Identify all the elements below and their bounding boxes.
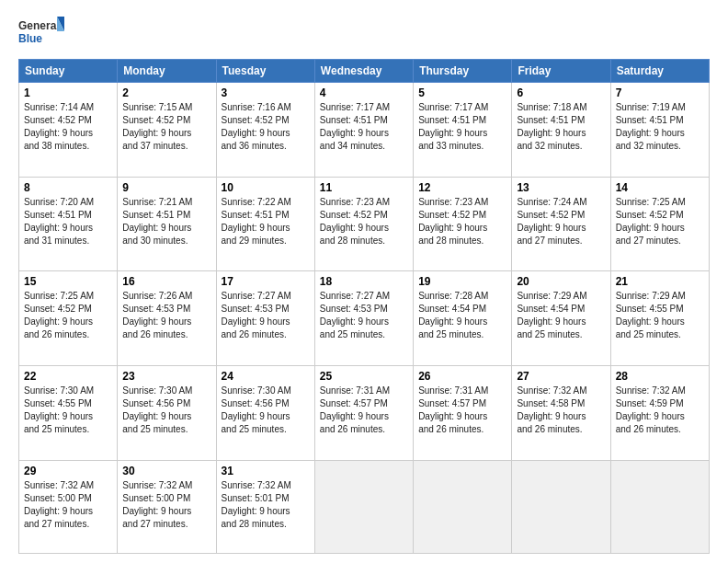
calendar-cell: 6Sunrise: 7:18 AMSunset: 4:51 PMDaylight… bbox=[512, 83, 610, 178]
calendar-cell: 8Sunrise: 7:20 AMSunset: 4:51 PMDaylight… bbox=[19, 177, 118, 271]
day-number: 7 bbox=[616, 86, 704, 99]
calendar-week-row: 29Sunrise: 7:32 AMSunset: 5:00 PMDayligh… bbox=[19, 460, 710, 553]
day-number: 12 bbox=[418, 181, 506, 194]
day-number: 10 bbox=[222, 181, 310, 194]
calendar-cell: 28Sunrise: 7:32 AMSunset: 4:59 PMDayligh… bbox=[610, 365, 709, 460]
day-number: 23 bbox=[122, 370, 210, 383]
logo-svg: General Blue bbox=[18, 15, 64, 52]
day-info: Sunrise: 7:29 AMSunset: 4:54 PMDaylight:… bbox=[517, 290, 605, 341]
calendar-cell: 1Sunrise: 7:14 AMSunset: 4:52 PMDaylight… bbox=[19, 83, 118, 178]
page: General Blue SundayMondayTuesdayWednesda… bbox=[0, 0, 728, 563]
day-info: Sunrise: 7:14 AMSunset: 4:52 PMDaylight:… bbox=[24, 101, 112, 153]
calendar-cell: 24Sunrise: 7:30 AMSunset: 4:56 PMDayligh… bbox=[216, 365, 314, 460]
day-info: Sunrise: 7:25 AMSunset: 4:52 PMDaylight:… bbox=[616, 196, 704, 247]
logo: General Blue bbox=[18, 15, 64, 52]
calendar-cell: 21Sunrise: 7:29 AMSunset: 4:55 PMDayligh… bbox=[610, 271, 709, 366]
day-number: 19 bbox=[418, 275, 506, 288]
day-info: Sunrise: 7:25 AMSunset: 4:52 PMDaylight:… bbox=[24, 290, 112, 341]
day-number: 1 bbox=[24, 86, 112, 99]
calendar-cell: 11Sunrise: 7:23 AMSunset: 4:52 PMDayligh… bbox=[314, 177, 413, 271]
day-number: 26 bbox=[418, 370, 506, 383]
day-info: Sunrise: 7:17 AMSunset: 4:51 PMDaylight:… bbox=[418, 101, 506, 153]
day-info: Sunrise: 7:32 AMSunset: 5:00 PMDaylight:… bbox=[122, 479, 210, 531]
day-info: Sunrise: 7:30 AMSunset: 4:56 PMDaylight:… bbox=[222, 385, 310, 436]
calendar-week-row: 8Sunrise: 7:20 AMSunset: 4:51 PMDaylight… bbox=[19, 177, 710, 271]
calendar-cell: 17Sunrise: 7:27 AMSunset: 4:53 PMDayligh… bbox=[216, 271, 314, 366]
day-number: 31 bbox=[222, 465, 310, 477]
day-number: 29 bbox=[24, 465, 112, 477]
day-number: 4 bbox=[320, 86, 408, 99]
day-info: Sunrise: 7:19 AMSunset: 4:51 PMDaylight:… bbox=[616, 101, 704, 153]
day-number: 28 bbox=[616, 370, 704, 383]
header: General Blue bbox=[18, 15, 710, 52]
day-number: 17 bbox=[222, 275, 310, 288]
day-info: Sunrise: 7:22 AMSunset: 4:51 PMDaylight:… bbox=[222, 196, 310, 247]
day-number: 30 bbox=[122, 465, 210, 477]
calendar-header-friday: Friday bbox=[512, 60, 610, 83]
day-info: Sunrise: 7:17 AMSunset: 4:51 PMDaylight:… bbox=[320, 101, 408, 153]
day-number: 21 bbox=[616, 275, 704, 288]
day-info: Sunrise: 7:29 AMSunset: 4:55 PMDaylight:… bbox=[616, 290, 704, 341]
day-number: 9 bbox=[122, 181, 210, 194]
calendar-header-monday: Monday bbox=[118, 60, 216, 83]
calendar-cell: 26Sunrise: 7:31 AMSunset: 4:57 PMDayligh… bbox=[414, 365, 512, 460]
calendar-cell: 12Sunrise: 7:23 AMSunset: 4:52 PMDayligh… bbox=[414, 177, 512, 271]
day-info: Sunrise: 7:16 AMSunset: 4:52 PMDaylight:… bbox=[222, 101, 310, 153]
calendar-table: SundayMondayTuesdayWednesdayThursdayFrid… bbox=[18, 59, 710, 554]
calendar-cell: 25Sunrise: 7:31 AMSunset: 4:57 PMDayligh… bbox=[314, 365, 413, 460]
svg-text:Blue: Blue bbox=[18, 32, 42, 45]
calendar-cell: 22Sunrise: 7:30 AMSunset: 4:55 PMDayligh… bbox=[19, 365, 118, 460]
calendar-cell: 10Sunrise: 7:22 AMSunset: 4:51 PMDayligh… bbox=[216, 177, 314, 271]
calendar-cell bbox=[512, 460, 610, 553]
calendar-cell: 9Sunrise: 7:21 AMSunset: 4:51 PMDaylight… bbox=[118, 177, 216, 271]
calendar-header-thursday: Thursday bbox=[414, 60, 512, 83]
calendar-header-tuesday: Tuesday bbox=[216, 60, 314, 83]
day-number: 5 bbox=[418, 86, 506, 99]
calendar-cell: 5Sunrise: 7:17 AMSunset: 4:51 PMDaylight… bbox=[414, 83, 512, 178]
calendar-week-row: 1Sunrise: 7:14 AMSunset: 4:52 PMDaylight… bbox=[19, 83, 710, 178]
day-info: Sunrise: 7:27 AMSunset: 4:53 PMDaylight:… bbox=[320, 290, 408, 341]
day-number: 15 bbox=[24, 275, 112, 288]
calendar-cell: 14Sunrise: 7:25 AMSunset: 4:52 PMDayligh… bbox=[610, 177, 709, 271]
day-number: 14 bbox=[616, 181, 704, 194]
calendar-cell bbox=[314, 460, 413, 553]
day-number: 20 bbox=[517, 275, 605, 288]
calendar-cell: 20Sunrise: 7:29 AMSunset: 4:54 PMDayligh… bbox=[512, 271, 610, 366]
day-info: Sunrise: 7:18 AMSunset: 4:51 PMDaylight:… bbox=[517, 101, 605, 153]
day-number: 16 bbox=[122, 275, 210, 288]
day-number: 27 bbox=[517, 370, 605, 383]
calendar-header-row: SundayMondayTuesdayWednesdayThursdayFrid… bbox=[19, 60, 710, 83]
day-info: Sunrise: 7:32 AMSunset: 4:59 PMDaylight:… bbox=[616, 385, 704, 436]
day-number: 8 bbox=[24, 181, 112, 194]
day-info: Sunrise: 7:32 AMSunset: 5:00 PMDaylight:… bbox=[24, 479, 112, 531]
calendar-cell: 3Sunrise: 7:16 AMSunset: 4:52 PMDaylight… bbox=[216, 83, 314, 178]
day-number: 6 bbox=[517, 86, 605, 99]
day-number: 13 bbox=[517, 181, 605, 194]
day-number: 3 bbox=[222, 86, 310, 99]
day-number: 18 bbox=[320, 275, 408, 288]
calendar-header-sunday: Sunday bbox=[19, 60, 118, 83]
day-number: 24 bbox=[222, 370, 310, 383]
day-info: Sunrise: 7:20 AMSunset: 4:51 PMDaylight:… bbox=[24, 196, 112, 247]
calendar-cell: 18Sunrise: 7:27 AMSunset: 4:53 PMDayligh… bbox=[314, 271, 413, 366]
day-number: 2 bbox=[122, 86, 210, 99]
calendar-header-saturday: Saturday bbox=[610, 60, 709, 83]
day-info: Sunrise: 7:28 AMSunset: 4:54 PMDaylight:… bbox=[418, 290, 506, 341]
day-info: Sunrise: 7:31 AMSunset: 4:57 PMDaylight:… bbox=[418, 385, 506, 436]
day-info: Sunrise: 7:21 AMSunset: 4:51 PMDaylight:… bbox=[122, 196, 210, 247]
day-info: Sunrise: 7:23 AMSunset: 4:52 PMDaylight:… bbox=[418, 196, 506, 247]
calendar-cell: 2Sunrise: 7:15 AMSunset: 4:52 PMDaylight… bbox=[118, 83, 216, 178]
calendar-cell: 23Sunrise: 7:30 AMSunset: 4:56 PMDayligh… bbox=[118, 365, 216, 460]
day-info: Sunrise: 7:32 AMSunset: 4:58 PMDaylight:… bbox=[517, 385, 605, 436]
calendar-week-row: 22Sunrise: 7:30 AMSunset: 4:55 PMDayligh… bbox=[19, 365, 710, 460]
calendar-cell: 16Sunrise: 7:26 AMSunset: 4:53 PMDayligh… bbox=[118, 271, 216, 366]
calendar-cell: 7Sunrise: 7:19 AMSunset: 4:51 PMDaylight… bbox=[610, 83, 709, 178]
calendar-cell: 30Sunrise: 7:32 AMSunset: 5:00 PMDayligh… bbox=[118, 460, 216, 553]
day-info: Sunrise: 7:24 AMSunset: 4:52 PMDaylight:… bbox=[517, 196, 605, 247]
calendar-cell bbox=[414, 460, 512, 553]
day-info: Sunrise: 7:26 AMSunset: 4:53 PMDaylight:… bbox=[122, 290, 210, 341]
day-info: Sunrise: 7:30 AMSunset: 4:55 PMDaylight:… bbox=[24, 385, 112, 436]
day-info: Sunrise: 7:30 AMSunset: 4:56 PMDaylight:… bbox=[122, 385, 210, 436]
day-number: 25 bbox=[320, 370, 408, 383]
calendar-cell: 15Sunrise: 7:25 AMSunset: 4:52 PMDayligh… bbox=[19, 271, 118, 366]
